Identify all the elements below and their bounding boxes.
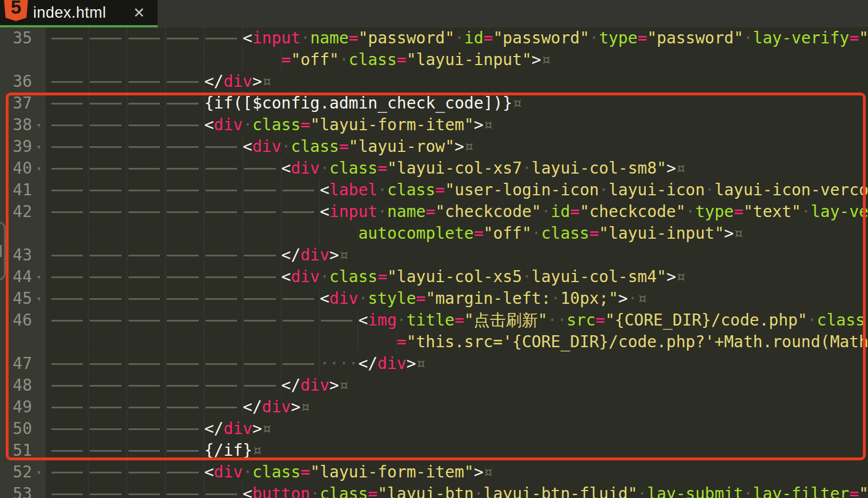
indent-tab <box>358 331 396 353</box>
code-line[interactable]: <div·class="layui-col-xs7·layui-col-sm8"… <box>46 158 868 179</box>
code-line[interactable]: </div>¤ <box>46 375 868 396</box>
code-line[interactable]: </div>¤ <box>46 418 868 440</box>
code-line[interactable]: <div·class="layui-row">¤ <box>46 136 868 158</box>
fold-arrow-icon[interactable]: ▾ <box>32 158 46 179</box>
line-number[interactable]: 48 <box>0 375 32 396</box>
code-line[interactable]: <input·name="checkcode"·id="checkcode"·t… <box>46 201 868 223</box>
code-row[interactable]: 46<img·title="点击刷新"··src="{CORE_DIR}/cod… <box>0 310 868 331</box>
code-row[interactable]: 40▾<div·class="layui-col-xs7·layui-col-s… <box>0 158 868 179</box>
line-number[interactable] <box>0 331 32 353</box>
indent-tab <box>50 244 89 266</box>
code-row[interactable]: 44▾<div·class="layui-col-xs5·layui-col-s… <box>0 266 868 288</box>
code-row[interactable]: 50</div>¤ <box>0 418 868 440</box>
code-row[interactable]: 35<input·name="password"·id="password"·t… <box>0 27 868 49</box>
line-number[interactable] <box>0 49 32 71</box>
gutter-cell: 45▾ <box>0 288 46 310</box>
line-number[interactable]: 47 <box>0 353 32 375</box>
code-token: name <box>310 29 348 47</box>
code-row[interactable]: 47····</div>¤ <box>0 353 868 375</box>
gutter-cell: 40▾ <box>0 158 46 179</box>
line-number[interactable]: 51 <box>0 440 32 461</box>
line-number[interactable]: 39 <box>0 136 32 158</box>
code-line[interactable]: <div·class="layui-form-item">¤ <box>46 461 868 483</box>
code-token: = <box>849 484 859 498</box>
line-number[interactable]: 46 <box>0 310 32 331</box>
code-token: · <box>320 159 329 178</box>
code-line[interactable]: <input·name="password"·id="password"·typ… <box>46 27 868 49</box>
tab-index-html[interactable]: 5 index.html ✕ <box>0 0 158 27</box>
code-token: · <box>243 115 252 134</box>
code-line[interactable]: ="off"·class="layui-input">¤ <box>46 49 868 71</box>
code-line[interactable]: <div·class="layui-form-item">¤ <box>46 114 868 136</box>
code-line[interactable]: <div·class="layui-col-xs5·layui-col-sm4"… <box>46 266 868 288</box>
line-number[interactable]: 45 <box>0 288 32 310</box>
code-token: = <box>397 50 407 69</box>
code-row[interactable]: ="off"·class="layui-input">¤ <box>0 49 868 71</box>
indent-tab <box>204 375 243 396</box>
code-token: · <box>339 50 349 69</box>
line-number[interactable]: 49 <box>0 396 32 418</box>
code-row[interactable]: 45▾<div·style="margin-left:·10px;">·¤ <box>0 288 868 310</box>
close-icon[interactable]: ✕ <box>133 6 145 20</box>
line-number[interactable]: 37 <box>0 93 32 114</box>
fold-arrow-icon[interactable]: ▾ <box>32 461 46 483</box>
fold-arrow-icon[interactable]: ▾ <box>32 288 46 310</box>
code-line[interactable]: ····</div>¤ <box>46 353 868 375</box>
code-row[interactable]: 39▾<div·class="layui-row">¤ <box>0 136 868 158</box>
code-row[interactable]: 51{/if}¤ <box>0 440 868 461</box>
code-row[interactable]: 42<input·name="checkcode"·id="checkcode"… <box>0 201 868 223</box>
code-line[interactable]: </div>¤ <box>46 71 868 93</box>
code-row[interactable]: 52▾<div·class="layui-form-item">¤ <box>0 461 868 483</box>
line-number[interactable]: 50 <box>0 418 32 440</box>
line-number[interactable]: 36 <box>0 71 32 93</box>
line-number[interactable]: 53 <box>0 483 32 498</box>
code-line[interactable]: {if([$config.admin_check_code])}¤ <box>46 93 868 114</box>
code-token: ·· <box>548 311 567 330</box>
code-token: div <box>214 463 243 481</box>
code-area[interactable]: 35<input·name="password"·id="password"·t… <box>0 27 868 498</box>
code-row[interactable]: 41<label·class="user-login-icon·layui-ic… <box>0 179 868 201</box>
code-row[interactable]: 49</div>¤ <box>0 396 868 418</box>
code-token: < <box>320 289 329 308</box>
code-line[interactable]: <img·title="点击刷新"··src="{CORE_DIR}/code.… <box>46 310 868 331</box>
line-number[interactable]: 35 <box>0 27 32 49</box>
code-line[interactable]: autocomplete="off"·class="layui-input">¤ <box>46 223 868 244</box>
code-token: < <box>320 202 329 221</box>
code-token: = <box>474 224 484 243</box>
indent-tab <box>50 375 89 396</box>
line-number[interactable]: 52 <box>0 461 32 483</box>
code-row[interactable]: 53<button·class="layui-btn·layui-btn-flu… <box>0 483 868 498</box>
code-row[interactable]: 36</div>¤ <box>0 71 868 93</box>
code-line[interactable]: <button·class="layui-btn·layui-btn-fluid… <box>46 483 868 498</box>
code-row[interactable]: ="this.src='{CORE_DIR}/code.php?'+Math.r… <box>0 331 868 353</box>
code-row[interactable]: autocomplete="off"·class="layui-input">¤ <box>0 223 868 244</box>
code-row[interactable]: 38▾<div·class="layui-form-item">¤ <box>0 114 868 136</box>
code-token: = <box>435 180 445 199</box>
fold-arrow-icon[interactable]: ▾ <box>32 266 46 288</box>
code-line[interactable]: <div·style="margin-left:·10px;">·¤ <box>46 288 868 310</box>
line-number[interactable]: 38 <box>0 114 32 136</box>
fold-arrow-icon[interactable]: ▾ <box>32 114 46 136</box>
tab-bar: 5 index.html ✕ <box>0 0 868 27</box>
line-number[interactable]: 40 <box>0 158 32 179</box>
code-line[interactable]: ="this.src='{CORE_DIR}/code.php?'+Math.r… <box>46 331 868 353</box>
indent-tab <box>89 223 127 244</box>
code-line[interactable]: </div>¤ <box>46 244 868 266</box>
fold-arrow-icon[interactable]: ▾ <box>32 136 46 158</box>
code-token: "layui-form-item" <box>310 115 474 134</box>
gutter-cell: 51 <box>0 440 46 461</box>
code-row[interactable]: 43</div>¤ <box>0 244 868 266</box>
indent-tab <box>166 49 204 71</box>
code-token: type <box>695 202 733 221</box>
code-row[interactable]: 37{if([$config.admin_check_code])}¤ <box>0 93 868 114</box>
line-number[interactable]: 42 <box>0 201 32 223</box>
code-line[interactable]: <label·class="user-login-icon·layui-icon… <box>46 179 868 201</box>
code-token: layui-col-sm4" <box>532 267 666 286</box>
code-line[interactable]: </div>¤ <box>46 396 868 418</box>
indent-tab <box>166 375 204 396</box>
code-line[interactable]: {/if}¤ <box>46 440 868 461</box>
code-token: = <box>734 202 744 221</box>
line-number[interactable]: 41 <box>0 179 32 201</box>
code-row[interactable]: 48</div>¤ <box>0 375 868 396</box>
indent-tab <box>50 440 89 461</box>
